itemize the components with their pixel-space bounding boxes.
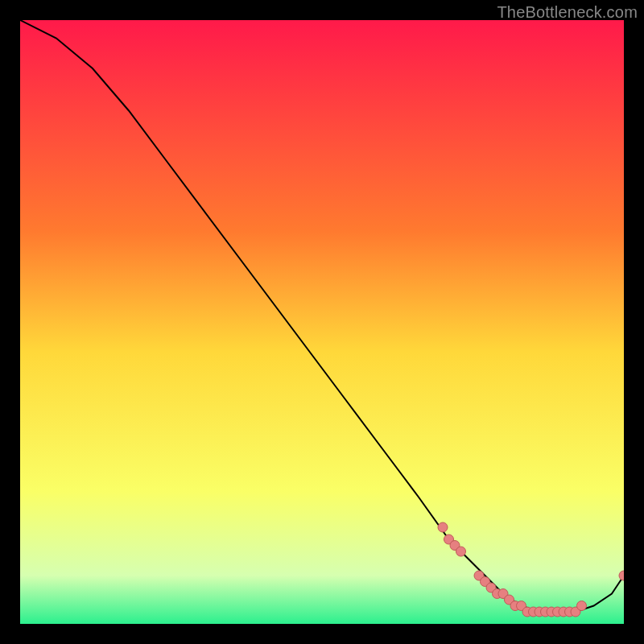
bottleneck-plot: [20, 20, 624, 624]
plot-svg: [20, 20, 624, 624]
chart-frame: TheBottleneck.com: [0, 0, 644, 644]
watermark-label: TheBottleneck.com: [497, 3, 638, 22]
highlight-point: [438, 522, 448, 532]
gradient-background: [20, 20, 624, 624]
highlight-point: [577, 601, 587, 611]
highlight-point: [456, 547, 466, 556]
